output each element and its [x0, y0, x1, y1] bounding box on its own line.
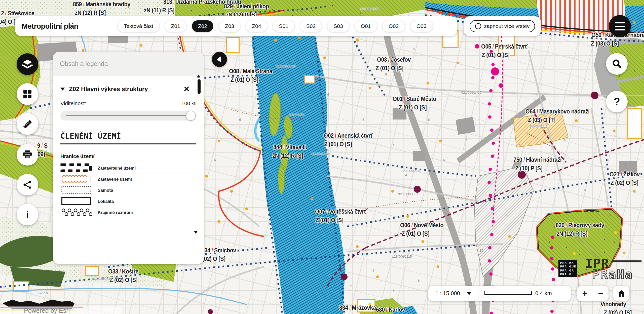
visibility-slider[interactable] — [60, 111, 196, 121]
legend-label: Zastavitelné území — [98, 163, 196, 174]
tab-z04[interactable]: Z04 — [246, 20, 267, 32]
tab-z02[interactable]: Z02 — [192, 20, 213, 32]
svg-text:6: 6 — [214, 158, 216, 162]
zoom-out-button[interactable]: − — [593, 286, 609, 300]
legend-row: Zastavitelné území — [60, 163, 196, 174]
home-button[interactable] — [613, 286, 629, 301]
measure-button[interactable] — [17, 113, 38, 135]
svg-text:6: 6 — [239, 118, 241, 122]
tab-textova-cast[interactable]: Textová část — [118, 20, 159, 32]
svg-text:6: 6 — [564, 138, 566, 142]
ipr-logo: IPR PRaHa — [585, 257, 641, 280]
panel-scrollbar[interactable] — [198, 79, 201, 94]
tab-o02[interactable]: O02 — [383, 20, 405, 32]
svg-text:15: 15 — [479, 249, 483, 252]
multi-layer-toggle[interactable]: zapnout více vrstev — [470, 20, 535, 32]
panel-header: Obsah a legenda — [53, 52, 204, 76]
svg-text:6: 6 — [418, 279, 420, 283]
svg-text:6: 6 — [428, 118, 430, 122]
tab-o01[interactable]: O01 — [355, 20, 377, 32]
svg-text:4: 4 — [405, 173, 407, 177]
visibility-value: 100 % — [181, 100, 196, 106]
legend-row: Samota — [60, 185, 196, 196]
menu-button[interactable] — [609, 15, 631, 37]
legend-label: Samota — [98, 185, 196, 196]
praha-logo: PRAHA PRAGUE PRAGA PRAG — [558, 260, 577, 277]
svg-text:3: 3 — [310, 244, 312, 247]
legend-label: Zastavěné území — [98, 174, 196, 185]
layers-button[interactable] — [17, 53, 38, 75]
legend-swatch-krajinne — [60, 207, 98, 218]
legend-row: Lokalita — [60, 196, 196, 207]
close-icon[interactable]: ✕ — [183, 85, 190, 93]
svg-text:6: 6 — [609, 213, 611, 217]
visibility-label: Viditelnost: — [60, 100, 86, 106]
zoom-in-button[interactable]: + — [577, 286, 593, 300]
panel-body: Z02 Hlavní výkres struktury ✕ Viditelnos… — [53, 85, 204, 218]
print-button[interactable] — [17, 144, 38, 166]
grid-icon — [23, 90, 32, 99]
share-icon — [23, 180, 32, 189]
svg-text:3: 3 — [624, 163, 626, 167]
svg-text:6: 6 — [393, 289, 395, 293]
scale-control: 1 : 15 000 0.4 km — [428, 286, 571, 301]
svg-text:4: 4 — [350, 284, 352, 288]
legend-row: Zastavěné území — [60, 174, 196, 185]
attribution: Powered by Esri — [0, 306, 121, 314]
basemap-button[interactable] — [17, 83, 38, 105]
back-icon — [217, 56, 221, 63]
collapse-layer-icon[interactable] — [60, 88, 65, 91]
svg-text:8: 8 — [413, 47, 415, 51]
drawing-tabs: Textová část Z01 Z02 Z03 Z04 S01 S02 S03… — [110, 20, 433, 32]
legend-swatch-zastavene — [60, 174, 98, 185]
svg-text:4: 4 — [315, 133, 317, 137]
tab-z03[interactable]: Z03 — [219, 20, 240, 32]
multi-layer-label: zapnout více vrstev — [484, 23, 530, 29]
share-button[interactable] — [17, 174, 38, 195]
svg-text:6: 6 — [539, 163, 541, 167]
svg-text:6: 6 — [518, 143, 520, 147]
legend-swatch-samota — [60, 185, 98, 196]
chevron-down-icon[interactable] — [467, 292, 472, 295]
legend-label: Lokalita — [98, 196, 196, 207]
app-title: Metropolitní plán — [15, 22, 110, 30]
tab-s02[interactable]: S02 — [300, 20, 322, 32]
svg-text:6: 6 — [377, 163, 380, 167]
radio-icon[interactable] — [475, 23, 481, 29]
menu-icon — [615, 22, 625, 23]
ruler-icon — [22, 119, 33, 130]
scroll-down-icon[interactable] — [194, 231, 198, 234]
svg-text:6: 6 — [584, 188, 586, 192]
tab-o03[interactable]: O03 — [410, 20, 433, 32]
top-bar: Metropolitní plán Textová část Z01 Z02 Z… — [15, 16, 457, 36]
search-icon — [612, 59, 622, 69]
svg-text:6: 6 — [493, 153, 495, 157]
layer-title: Z02 Hlavní výkres struktury — [69, 86, 183, 93]
legend-panel: Obsah a legenda Z02 Hlavní výkres strukt… — [53, 52, 204, 264]
help-button[interactable]: ? — [606, 91, 628, 112]
info-button[interactable]: i — [17, 204, 38, 225]
tab-s01[interactable]: S01 — [273, 20, 294, 32]
legend-swatch-zastavitelne — [60, 163, 98, 174]
home-icon — [617, 290, 625, 297]
printer-icon — [23, 150, 32, 159]
svg-text:6: 6 — [327, 93, 329, 96]
collapse-panel-button[interactable] — [212, 52, 227, 67]
svg-text:6: 6 — [342, 138, 344, 142]
svg-text:4: 4 — [506, 213, 508, 217]
help-icon: ? — [614, 96, 620, 108]
layers-icon — [22, 59, 33, 69]
tab-z01[interactable]: Z01 — [165, 20, 186, 32]
legend-row: Krajinné rozhraní — [60, 207, 196, 218]
slider-thumb[interactable] — [186, 111, 195, 120]
scale-distance: 0.4 km — [535, 290, 552, 297]
scroll-up-icon[interactable] — [197, 75, 200, 77]
svg-text:8: 8 — [385, 72, 387, 76]
info-icon: i — [26, 209, 29, 220]
tab-s03[interactable]: S03 — [327, 20, 349, 32]
section-title: ČLENĚNÍ ÚZEMÍ — [60, 132, 196, 140]
app-window: 66666666666666666666666644444883331512 2… — [0, 0, 644, 314]
svg-text:6: 6 — [362, 118, 364, 122]
scale-value: 1 : 15 000 — [428, 290, 460, 297]
search-button[interactable] — [606, 53, 628, 75]
